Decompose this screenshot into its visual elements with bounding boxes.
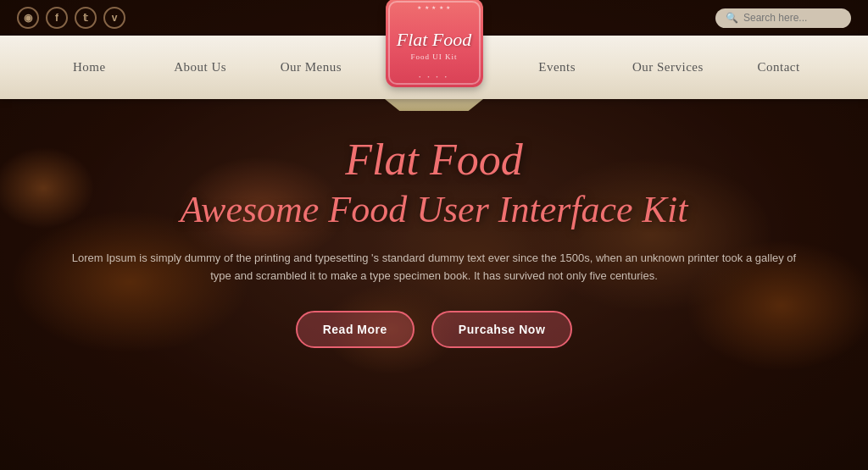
search-input[interactable] bbox=[743, 12, 845, 24]
nav-item-services[interactable]: Our Services bbox=[613, 53, 724, 81]
twitter-icon[interactable]: 𝕥 bbox=[75, 7, 97, 29]
logo-badge[interactable]: Flat Food Food UI Kit • • • • bbox=[383, 0, 485, 89]
facebook-icon[interactable]: f bbox=[46, 7, 68, 29]
purchase-button[interactable]: Purcahse Now bbox=[431, 311, 572, 348]
nav-item-about[interactable]: About Us bbox=[145, 53, 256, 81]
ribbon-fold bbox=[385, 99, 483, 111]
logo-shape: Flat Food Food UI Kit • • • • bbox=[386, 0, 483, 87]
hero-title-1: Flat Food bbox=[68, 135, 800, 184]
nav-item-events[interactable]: Events bbox=[502, 53, 613, 81]
logo-subtitle: Food UI Kit bbox=[410, 53, 457, 61]
rss-icon[interactable]: ◉ bbox=[17, 7, 39, 29]
search-icon: 🔍 bbox=[726, 12, 738, 25]
social-icons: ◉ f 𝕥 v bbox=[17, 7, 125, 29]
vimeo-icon[interactable]: v bbox=[103, 7, 125, 29]
nav-item-contact[interactable]: Contact bbox=[723, 53, 834, 81]
nav-item-home[interactable]: Home bbox=[34, 53, 145, 81]
nav-item-menus[interactable]: Our Menus bbox=[255, 53, 366, 81]
hero-content: Flat Food Awesome Food User Interface Ki… bbox=[0, 135, 868, 348]
logo-title: Flat Food bbox=[397, 30, 472, 49]
read-more-button[interactable]: Read More bbox=[296, 311, 415, 348]
hero-description: Lorem Ipsum is simply dummy of the print… bbox=[70, 250, 798, 285]
search-bar[interactable]: 🔍 bbox=[715, 8, 851, 28]
hero-title-2: Awesome Food User Interface Kit bbox=[68, 188, 800, 233]
logo-dots: • • • • bbox=[419, 74, 449, 80]
hero-buttons: Read More Purcahse Now bbox=[68, 311, 800, 348]
